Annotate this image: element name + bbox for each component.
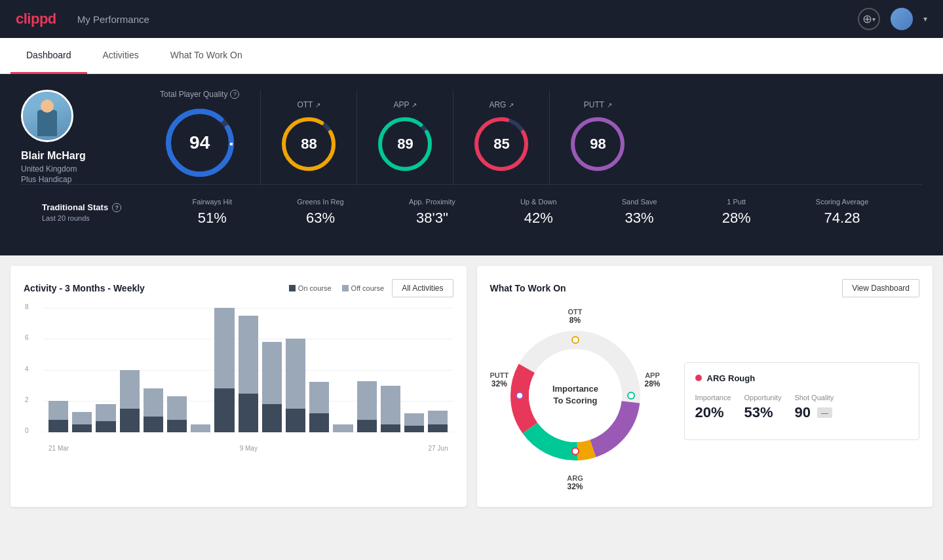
bar-stack [167, 308, 187, 432]
stat-1-putt: 1 Putt 28% [722, 198, 751, 227]
bar-stack [404, 308, 424, 432]
info-importance: Importance 20% [695, 394, 731, 421]
user-avatar[interactable] [891, 8, 913, 30]
on-course-dot [289, 285, 296, 291]
bar-stack [191, 308, 210, 432]
view-dashboard-button[interactable]: View Dashboard [842, 279, 919, 297]
putt-label: PUTT ↗ [584, 100, 612, 109]
bar-stack [357, 308, 377, 432]
stats-banner: Blair McHarg United Kingdom Plus Handica… [0, 74, 943, 255]
bar-stack [120, 308, 140, 432]
bar-on-course [214, 388, 234, 432]
stat-sand-save: Sand Save 33% [622, 198, 657, 227]
avatar-chevron: ▾ [923, 14, 927, 24]
stat-app-proximity: App. Proximity 38'3" [409, 198, 455, 227]
legend-on-course: On course [289, 284, 332, 292]
total-quality: Total Player Quality ? 94 [139, 90, 261, 184]
bar-off-course [381, 386, 400, 424]
bar-group [309, 308, 329, 432]
total-quality-label: Total Player Quality ? [160, 90, 239, 99]
info-card-title: ARG Rough [707, 373, 756, 383]
donut-svg-container: Importance To Scoring [503, 324, 647, 470]
x-label-2: 9 May [240, 445, 258, 452]
bar-on-course [96, 421, 115, 432]
bar-on-course [167, 420, 187, 432]
bar-off-course [72, 412, 92, 424]
arg-segment-label: ARG 32% [567, 474, 583, 491]
svg-point-19 [572, 337, 579, 343]
svg-text:To Scoring: To Scoring [553, 396, 597, 405]
info-card-header: ARG Rough [695, 373, 909, 383]
grid-label-4: 4 [25, 365, 29, 373]
svg-text:Importance: Importance [552, 384, 598, 394]
bar-stack [72, 308, 92, 432]
ott-gauge: 88 [279, 115, 338, 174]
total-gauge-value: 94 [189, 132, 210, 153]
putt-value: 98 [590, 136, 606, 153]
player-avatar [21, 90, 73, 142]
stat-fairways-hit-label: Fairways Hit [193, 198, 233, 206]
work-content: OTT 8% [490, 308, 920, 494]
putt-segment-name: PUTT [490, 371, 509, 379]
grid-label-6: 6 [25, 334, 29, 341]
bar-stack [286, 308, 305, 432]
add-button[interactable]: ⊕ ▾ [858, 8, 880, 30]
grid-label-0: 0 [25, 427, 29, 434]
tab-dashboard[interactable]: Dashboard [10, 38, 87, 74]
work-card: What To Work On View Dashboard OTT 8% [477, 266, 933, 507]
bar-group [72, 308, 92, 432]
bar-off-course [428, 411, 448, 424]
tab-activities[interactable]: Activities [87, 38, 155, 74]
arg-segment-percent: 32% [567, 482, 583, 491]
bar-on-course [262, 404, 282, 432]
bar-off-course [404, 413, 424, 426]
arg-label: ARG ↗ [489, 100, 514, 109]
bar-group [191, 308, 210, 432]
player-avatar-image [23, 92, 71, 140]
all-activities-button[interactable]: All Activities [392, 279, 453, 297]
total-gauge: 94 [164, 107, 236, 179]
bar-stack [239, 308, 258, 432]
bar-on-course [381, 424, 400, 432]
opportunity-value: 53% [744, 404, 782, 421]
app-segment-percent: 28% [644, 379, 660, 388]
bar-group [96, 308, 115, 432]
svg-point-21 [572, 448, 579, 455]
tab-what-to-work-on[interactable]: What To Work On [155, 38, 258, 74]
shot-quality-row: 90 — [794, 404, 834, 421]
avatar-image [891, 8, 913, 30]
bar-on-course [48, 420, 68, 432]
bar-stack [96, 308, 115, 432]
plus-icon: ⊕ [862, 12, 872, 26]
bar-on-course [428, 424, 448, 432]
traditional-stats: Traditional Stats ? Last 20 rounds Fairw… [21, 184, 922, 240]
on-course-label: On course [298, 284, 332, 292]
bar-on-course [72, 424, 92, 432]
bar-off-course [120, 370, 140, 409]
bar-group [120, 308, 140, 432]
stat-1-putt-label: 1 Putt [722, 198, 751, 206]
app-label: APP ↗ [393, 100, 417, 109]
stat-1-putt-value: 28% [722, 210, 751, 227]
off-course-dot [342, 285, 349, 291]
stat-greens-in-reg-label: Greens In Reg [297, 198, 344, 206]
shot-quality-label: Shot Quality [794, 394, 834, 401]
app-segment-name: APP [644, 371, 660, 379]
chart-legend: On course Off course [289, 284, 384, 292]
stat-sand-save-value: 33% [622, 210, 657, 227]
putt-trend-icon: ↗ [607, 102, 612, 109]
bar-off-course [357, 381, 377, 420]
bar-group [48, 308, 68, 432]
sub-quality-app: APP ↗ 89 [357, 90, 453, 184]
stat-scoring-avg-value: 74.28 [816, 210, 869, 227]
donut-svg: Importance To Scoring [503, 324, 647, 468]
trad-stats-items: Fairways Hit 51% Greens In Reg 63% App. … [160, 198, 901, 227]
putt-segment-percent: 32% [490, 379, 509, 388]
sub-quality-ott: OTT ↗ 88 [261, 90, 357, 184]
bar-group [239, 308, 258, 432]
activity-header: Activity - 3 Months - Weekly On course O… [24, 279, 453, 297]
shot-quality-value: 90 [794, 404, 810, 421]
bar-on-course [239, 394, 258, 432]
arg-value: 85 [493, 136, 509, 153]
svg-point-20 [628, 392, 634, 399]
